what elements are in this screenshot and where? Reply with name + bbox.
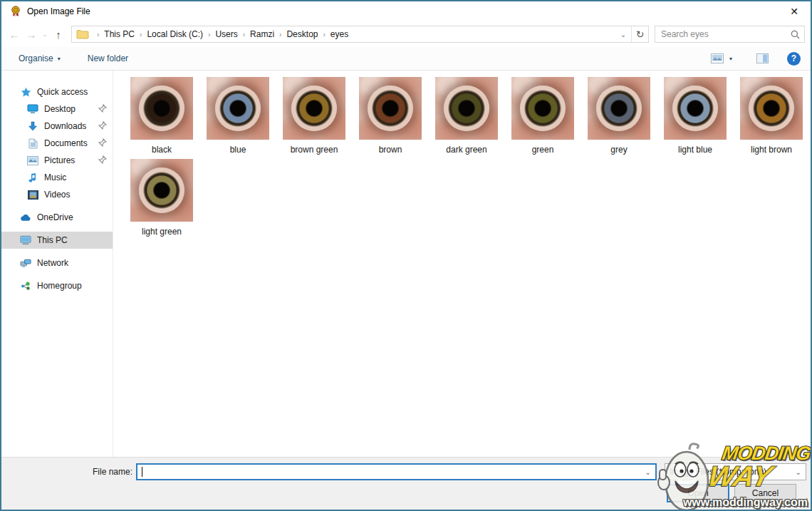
file-tile-brown[interactable]: brown [359, 77, 422, 155]
forward-button[interactable]: → [23, 26, 40, 43]
sidebar-item-quick-access[interactable]: Quick access [1, 83, 113, 100]
breadcrumb-separator: › [318, 31, 330, 38]
file-type-select[interactable]: Image Files (*.bmp;*.png) ⌄ [665, 463, 806, 480]
app-medal-icon [10, 6, 21, 17]
breadcrumb-local-disk[interactable]: Local Disk (C:) [147, 29, 203, 39]
file-tile-black[interactable]: black [130, 77, 193, 155]
file-name-input[interactable]: ⌄ [136, 463, 657, 480]
file-name-label: File name: [1, 467, 132, 477]
title-bar: Open Image File ✕ [1, 1, 811, 21]
file-label: brown [359, 145, 422, 155]
open-button[interactable]: Open [667, 484, 729, 502]
sidebar-item-this-pc[interactable]: This PC [1, 232, 113, 249]
help-icon[interactable]: ? [787, 52, 801, 66]
search-icon [791, 30, 800, 39]
preview-pane-icon [756, 53, 769, 63]
eye-thumbnail [740, 77, 803, 140]
organise-button[interactable]: Organise ▾ [13, 49, 66, 68]
search-placeholder: Search eyes [661, 29, 791, 39]
eye-thumbnail [588, 77, 650, 140]
change-view-button[interactable]: ▾ [705, 49, 738, 68]
sidebar-item-pictures[interactable]: Pictures [1, 152, 113, 169]
eye-thumbnail [435, 77, 498, 140]
sidebar-item-desktop[interactable]: Desktop [1, 100, 113, 118]
address-dropdown-chevron-icon[interactable]: ⌄ [615, 31, 631, 38]
file-type-value: Image Files (*.bmp;*.png) [670, 467, 766, 477]
eye-thumbnail [130, 159, 193, 222]
pin-icon [98, 138, 107, 147]
breadcrumb-separator: › [238, 31, 250, 38]
up-button[interactable]: ↑ [50, 26, 67, 43]
file-label: dark green [435, 145, 498, 155]
close-button[interactable]: ✕ [784, 3, 805, 20]
sidebar-item-homegroup[interactable]: Homegroup [1, 277, 113, 294]
eye-thumbnail [664, 77, 727, 140]
pin-icon [98, 104, 107, 113]
file-label: blue [207, 145, 269, 155]
file-tile-light-brown[interactable]: light brown [740, 77, 803, 155]
file-label: brown green [283, 145, 345, 155]
open-image-file-dialog: Open Image File ✕ ← → ⌄ ↑ › This PC › Lo… [0, 0, 812, 511]
file-tile-blue[interactable]: blue [207, 77, 269, 155]
sidebar-item-onedrive[interactable]: OneDrive [1, 209, 113, 226]
file-type-chevron-icon: ⌄ [796, 468, 801, 476]
sidebar-item-music[interactable]: Music [1, 169, 113, 186]
music-icon [27, 172, 38, 183]
back-button[interactable]: ← [6, 26, 23, 43]
new-folder-button[interactable]: New folder [82, 49, 134, 68]
breadcrumb-this-pc[interactable]: This PC [104, 29, 135, 39]
resize-grip[interactable] [799, 498, 808, 507]
command-bar: Organise ▾ New folder ▾ [1, 47, 811, 71]
breadcrumb-separator: › [203, 31, 215, 38]
organise-caret-icon: ▾ [58, 56, 61, 62]
homegroup-icon [20, 280, 31, 291]
preview-pane-button[interactable] [751, 49, 774, 68]
breadcrumb-separator: › [135, 31, 147, 38]
pictures-icon [27, 155, 38, 166]
file-label: light blue [664, 145, 727, 155]
breadcrumb-separator: › [274, 31, 286, 38]
file-tile-brown-green[interactable]: brown green [283, 77, 345, 155]
eye-thumbnail [511, 77, 574, 140]
breadcrumb-users[interactable]: Users [215, 29, 237, 39]
eye-thumbnail [359, 77, 422, 140]
network-icon [20, 257, 31, 269]
cancel-button[interactable]: Cancel [734, 484, 796, 502]
navigation-pane: Quick access Desktop Downloads [1, 71, 113, 458]
sidebar-item-documents[interactable]: Documents [1, 135, 113, 152]
address-bar[interactable]: › This PC › Local Disk (C:) › Users › Ra… [71, 26, 649, 43]
search-input[interactable]: Search eyes [655, 26, 805, 43]
refresh-icon[interactable]: ↻ [631, 26, 648, 42]
file-label: grey [588, 145, 650, 155]
breadcrumb-eyes[interactable]: eyes [330, 29, 348, 39]
sidebar-item-network[interactable]: Network [1, 254, 113, 272]
file-tile-light-green[interactable]: light green [130, 159, 193, 237]
file-tile-grey[interactable]: grey [588, 77, 650, 155]
breadcrumb-ramzi[interactable]: Ramzi [250, 29, 274, 39]
documents-icon [27, 138, 38, 149]
eye-thumbnail [130, 77, 193, 140]
breadcrumb-desktop[interactable]: Desktop [286, 29, 318, 39]
dialog-footer: File name: ⌄ Image Files (*.bmp;*.png) ⌄… [1, 457, 811, 510]
file-label: green [511, 145, 574, 155]
recent-locations-chevron-icon[interactable]: ⌄ [40, 31, 50, 38]
file-tile-light-blue[interactable]: light blue [664, 77, 727, 155]
sidebar-item-downloads[interactable]: Downloads [1, 118, 113, 135]
desktop-icon [27, 103, 38, 115]
file-label: light green [130, 227, 193, 237]
file-name-dropdown-chevron-icon[interactable]: ⌄ [645, 468, 652, 476]
file-label: light brown [740, 145, 803, 155]
file-tile-dark-green[interactable]: dark green [435, 77, 498, 155]
view-caret-icon: ▾ [729, 56, 732, 62]
onedrive-cloud-icon [20, 212, 31, 223]
window-title: Open Image File [27, 6, 784, 16]
quick-access-star-icon [20, 86, 31, 98]
pin-icon [98, 155, 107, 164]
breadcrumb-separator: › [92, 31, 104, 38]
file-tile-green[interactable]: green [511, 77, 574, 155]
folder-icon [76, 29, 89, 39]
file-label: black [130, 145, 193, 155]
this-pc-icon [20, 234, 31, 246]
sidebar-item-videos[interactable]: Videos [1, 186, 113, 203]
videos-icon [27, 189, 38, 200]
